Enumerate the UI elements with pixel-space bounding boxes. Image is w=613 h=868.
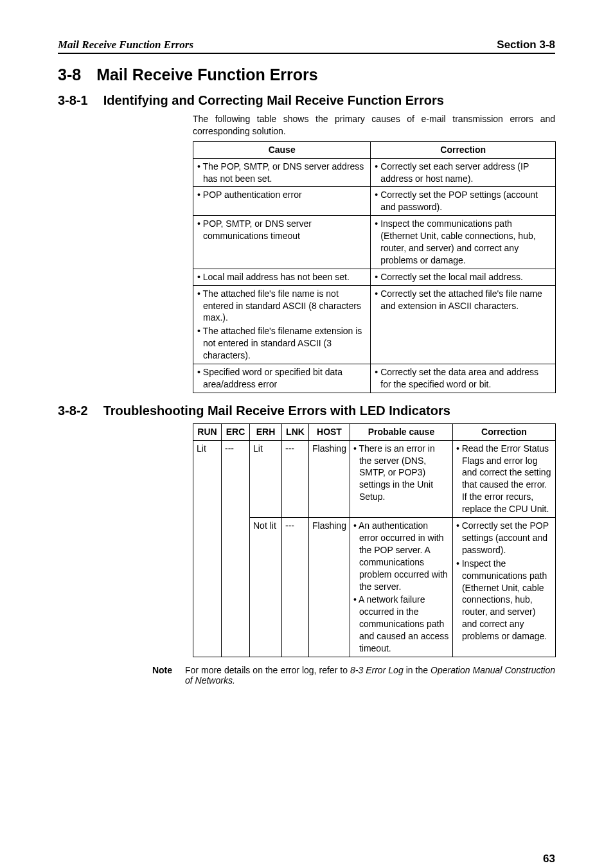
cell-text: • Correctly set each server address (IP …	[375, 161, 551, 185]
cell-correction: • Inspect the communications path (Ether…	[456, 558, 552, 642]
cell-text: • The attached file's file name is not e…	[197, 288, 366, 324]
note-block: Note For more details on the error log, …	[141, 665, 555, 686]
cell-lnk: ---	[282, 440, 309, 517]
cell-erh: Not lit	[250, 518, 282, 657]
table-row: • Local mail address has not been set. •…	[193, 269, 556, 285]
cause-correction-table: Cause Correction • The POP, SMTP, or DNS…	[193, 141, 556, 393]
cell-text: • Local mail address has not been set.	[197, 271, 366, 283]
cell-text: • POP authentication error	[197, 189, 366, 201]
th-lnk: LNK	[282, 423, 309, 440]
th-erh: ERH	[250, 423, 282, 440]
cell-correction: • Read the Error Status Flags and error …	[456, 443, 552, 515]
page-number: 63	[58, 853, 555, 865]
cell-text: • Correctly set the local mail address.	[375, 271, 551, 283]
subsection-number: 3-8-2	[58, 403, 88, 418]
cell-lnk: ---	[282, 518, 309, 657]
cell-text: • POP, SMTP, or DNS server communication…	[197, 218, 366, 242]
cell-host: Flashing	[309, 518, 350, 657]
intro-paragraph: The following table shows the primary ca…	[193, 113, 555, 137]
cell-text: • Correctly set the attached file's file…	[375, 288, 551, 312]
cell-text: • Specified word or specified bit data a…	[197, 366, 366, 391]
table-header-correction: Correction	[371, 141, 556, 158]
cell-text: • The attached file's filename extension…	[197, 325, 366, 362]
table-row: • Specified word or specified bit data a…	[193, 364, 556, 393]
section-title: Mail Receive Function Errors	[96, 66, 318, 84]
table-header-cause: Cause	[193, 141, 371, 158]
cell-text: • The POP, SMTP, or DNS server address h…	[197, 161, 366, 185]
header-right: Section 3-8	[497, 39, 555, 51]
header-left: Mail Receive Function Errors	[58, 39, 193, 51]
page-header: Mail Receive Function Errors Section 3-8	[58, 39, 555, 54]
th-run: RUN	[193, 423, 222, 440]
table-row: Lit --- Lit --- Flashing • There is an e…	[193, 440, 556, 517]
th-host: HOST	[309, 423, 350, 440]
note-text: in the	[404, 665, 431, 675]
table-row: • The POP, SMTP, or DNS server address h…	[193, 158, 556, 187]
cell-erh: Lit	[250, 440, 282, 517]
cell-text: • Correctly set the data area and addres…	[375, 366, 551, 391]
cell-host: Flashing	[309, 440, 350, 517]
section-heading: 3-8 Mail Receive Function Errors	[58, 66, 555, 84]
led-troubleshooting-table: RUN ERC ERH LNK HOST Probable cause Corr…	[193, 423, 556, 657]
note-ref: 8-3 Error Log	[350, 665, 404, 675]
cell-cause: • There is an error in the server (DNS, …	[353, 443, 449, 503]
cell-cause: • A network failure occurred in the comm…	[353, 594, 449, 654]
cell-run: Lit	[193, 440, 222, 657]
subsection-title: Identifying and Correcting Mail Receive …	[103, 93, 444, 108]
subsection-title: Troubleshooting Mail Receive Errors with…	[103, 403, 450, 418]
th-erc: ERC	[222, 423, 250, 440]
subsection-heading: 3-8-2 Troubleshooting Mail Receive Error…	[58, 403, 555, 418]
subsection-heading: 3-8-1 Identifying and Correcting Mail Re…	[58, 93, 555, 108]
cell-text: • Correctly set the POP settings (accoun…	[375, 189, 551, 213]
th-cause: Probable cause	[350, 423, 452, 440]
note-text: For more details on the error log, refer…	[185, 665, 350, 675]
cell-correction: • Correctly set the POP settings (accoun…	[456, 520, 552, 556]
table-row: • POP authentication error • Correctly s…	[193, 187, 556, 216]
cell-erc: ---	[222, 440, 250, 657]
note-label: Note	[141, 665, 172, 686]
subsection-number: 3-8-1	[58, 93, 88, 108]
section-number: 3-8	[58, 66, 81, 84]
table-row: • The attached file's file name is not e…	[193, 285, 556, 364]
cell-text: • Inspect the communications path (Ether…	[375, 218, 551, 267]
cell-cause: • An authentication error occurred in wi…	[353, 520, 449, 592]
note-body: For more details on the error log, refer…	[185, 665, 555, 686]
table-row: • POP, SMTP, or DNS server communication…	[193, 216, 556, 269]
th-correction: Correction	[452, 423, 555, 440]
